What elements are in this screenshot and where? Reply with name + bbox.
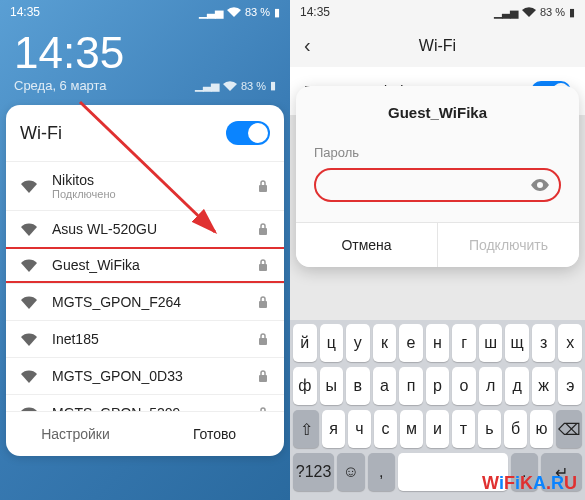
lock-icon [258,180,270,192]
key-в[interactable]: в [346,367,370,405]
wifi-icon [227,7,241,17]
wifi-icon [522,7,536,17]
key-?123[interactable]: ?123 [293,453,334,491]
key-ь[interactable]: ь [478,410,501,448]
network-item[interactable]: MGTS_GPON_F264 [6,283,284,320]
eye-icon[interactable] [531,179,549,191]
key-ю[interactable]: ю [530,410,553,448]
key-ш[interactable]: ш [479,324,503,362]
signal-icon: ▁▃▅ [199,6,223,19]
network-item[interactable]: MGTS_GPON_0D33 [6,357,284,394]
card-footer: Настройки Готово [6,411,284,456]
key-е[interactable]: е [399,324,423,362]
wifi-toggle[interactable] [226,121,270,145]
password-dialog: Guest_WiFika Пароль Отмена Подключить [296,86,579,267]
battery-icon: ▮ [270,79,276,92]
key-й[interactable]: й [293,324,317,362]
battery-icon: ▮ [569,6,575,19]
key-,[interactable]: , [368,453,395,491]
back-button[interactable]: ‹ [304,34,311,57]
wifi-card-header: Wi-Fi [6,105,284,161]
dialog-buttons: Отмена Подключить [296,222,579,267]
key-⇧[interactable]: ⇧ [293,410,319,448]
key-и[interactable]: и [426,410,449,448]
key-я[interactable]: я [322,410,345,448]
key-ы[interactable]: ы [320,367,344,405]
key-л[interactable]: л [479,367,503,405]
wifi-icon [20,369,38,383]
right-phone: 14:35 ▁▃▅ 83 % ▮ ‹ Wi-Fi Включить Wi-Fi … [290,0,585,500]
connect-button[interactable]: Подключить [438,223,579,267]
key-м[interactable]: м [400,410,423,448]
battery-text: 83 % [540,6,565,18]
key-э[interactable]: э [558,367,582,405]
key-к[interactable]: к [373,324,397,362]
lock-date-row: Среда, 6 марта ▁▃▅ 83 % ▮ [0,78,290,99]
network-item[interactable]: Asus WL-520GU [6,210,284,247]
status-bar: 14:35 ▁▃▅ 83 % ▮ [0,0,290,24]
key-п[interactable]: п [399,367,423,405]
network-name: Guest_WiFika [52,257,258,273]
network-name: MGTS_GPON_0D33 [52,368,258,384]
network-item[interactable]: NikitosПодключено [6,161,284,210]
status-bar: 14:35 ▁▃▅ 83 % ▮ [290,0,585,24]
done-button[interactable]: Готово [145,412,284,456]
watermark: WiFiKA.RU [482,473,577,494]
lock-icon [258,259,270,271]
key-д[interactable]: д [505,367,529,405]
key-х[interactable]: х [558,324,582,362]
dialog-title: Guest_WiFika [296,86,579,131]
key-☺[interactable]: ☺ [337,453,364,491]
lock-icon [258,370,270,382]
battery-text: 83 % [245,6,270,18]
key-г[interactable]: г [452,324,476,362]
settings-header: ‹ Wi-Fi [290,24,585,67]
status-icons: ▁▃▅ 83 % ▮ [494,6,575,19]
left-phone: 14:35 ▁▃▅ 83 % ▮ 14:35 Среда, 6 марта ▁▃… [0,0,290,500]
network-item[interactable]: MGTS_GPON_5209 [6,394,284,411]
wifi-card: Wi-Fi NikitosПодключеноAsus WL-520GUGues… [6,105,284,456]
wifi-icon [20,179,38,193]
page-title: Wi-Fi [419,37,456,55]
battery-icon: ▮ [274,6,280,19]
network-list[interactable]: NikitosПодключеноAsus WL-520GUGuest_WiFi… [6,161,284,411]
network-name: Inet185 [52,331,258,347]
key-а[interactable]: а [373,367,397,405]
key-т[interactable]: т [452,410,475,448]
lock-icon [258,296,270,308]
key-с[interactable]: с [374,410,397,448]
cancel-button[interactable]: Отмена [296,223,438,267]
lock-icon [258,333,270,345]
key-н[interactable]: н [426,324,450,362]
key-б[interactable]: б [504,410,527,448]
key-щ[interactable]: щ [505,324,529,362]
key-ц[interactable]: ц [320,324,344,362]
network-name: Asus WL-520GU [52,221,258,237]
wifi-card-title: Wi-Fi [20,123,62,144]
key-у[interactable]: у [346,324,370,362]
lock-status-right: ▁▃▅ 83 % ▮ [195,79,276,92]
key-о[interactable]: о [452,367,476,405]
settings-button[interactable]: Настройки [6,412,145,456]
key-ф[interactable]: ф [293,367,317,405]
status-time: 14:35 [10,5,40,19]
lock-clock: 14:35 [0,24,290,78]
wifi-icon [20,406,38,411]
network-name: MGTS_GPON_F264 [52,294,258,310]
signal-icon: ▁▃▅ [195,79,219,92]
key-р[interactable]: р [426,367,450,405]
network-item[interactable]: Inet185 [6,320,284,357]
password-input[interactable] [314,168,561,202]
network-item[interactable]: Guest_WiFika [6,247,284,283]
battery-text: 83 % [241,80,266,92]
wifi-icon [223,81,237,91]
network-status: Подключено [52,188,258,200]
key-ж[interactable]: ж [532,367,556,405]
key-ч[interactable]: ч [348,410,371,448]
svg-rect-0 [259,185,267,192]
wifi-icon [20,295,38,309]
key-⌫[interactable]: ⌫ [556,410,582,448]
wifi-icon [20,222,38,236]
lock-icon [258,407,270,411]
key-з[interactable]: з [532,324,556,362]
